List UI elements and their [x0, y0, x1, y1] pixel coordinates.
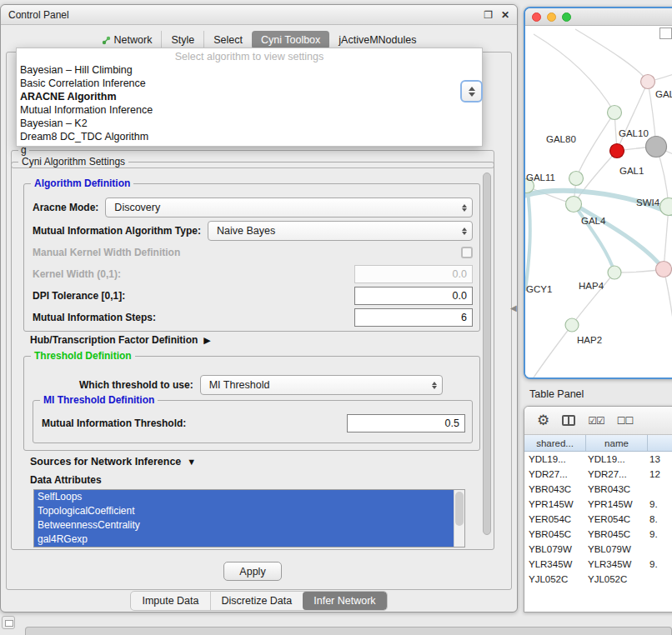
node-label: GAL10	[619, 128, 649, 138]
manual-kernel-checkbox	[461, 247, 473, 258]
node-pink-right[interactable]	[656, 262, 672, 278]
float-window-icon[interactable]: ❐	[484, 10, 493, 20]
algorithm-option-mutual-information[interactable]: Mutual Information Inference	[17, 103, 482, 117]
settings-scrollbar[interactable]	[483, 169, 491, 542]
zoom-traffic-light-icon[interactable]	[562, 12, 571, 22]
column-header-extra[interactable]	[648, 435, 672, 451]
chevron-right-icon: ▶	[203, 335, 210, 346]
mi-threshold-group: MI Threshold Definition Mutual Informati…	[33, 400, 473, 443]
table-header: shared... name	[524, 435, 672, 452]
node-pink-top[interactable]	[641, 75, 655, 89]
table-panel-title: Table Panel	[529, 388, 584, 400]
table-body: YDL19...YDL19...13 YDR27...YDR27...12 YB…	[524, 452, 672, 612]
birdseye-toggle[interactable]	[659, 28, 672, 39]
manual-kernel-label: Manual Kernel Width Definition	[33, 247, 180, 258]
table-toolbar: ⚙ ☑☑ ☐☐	[524, 407, 672, 435]
tab-jactivemnodules[interactable]: jActiveMNodules	[329, 31, 425, 49]
scrollbar-thumb[interactable]	[455, 492, 464, 526]
which-threshold-combobox[interactable]: MI Threshold	[200, 375, 443, 395]
table-row[interactable]: YPR145WYPR145W9.	[524, 497, 672, 512]
node-gal1[interactable]	[569, 172, 584, 186]
tab-discretize-data[interactable]: Discretize Data	[210, 592, 303, 610]
node-red-gal10[interactable]	[610, 144, 624, 158]
mi-type-combobox[interactable]: Naive Bayes	[208, 221, 473, 241]
network-canvas[interactable]: GAL GAL80 GAL10 GAL11 GAL1 SWI4 GAL4 GCY…	[525, 26, 672, 378]
algorithm-option-aracne[interactable]: ARACNE Algorithm	[17, 90, 482, 103]
minimize-traffic-light-icon[interactable]	[547, 12, 556, 22]
mi-threshold-field[interactable]: 0.5	[347, 414, 465, 432]
hub-factor-label: Hub/Transcription Factor Definition	[30, 334, 198, 346]
restore-panel-button[interactable]	[2, 616, 15, 629]
algorithm-dropdown-popup: Select algorithm to view settings Bayesi…	[16, 48, 483, 147]
table-row[interactable]: YDL19...YDL19...13	[524, 452, 672, 467]
table-row[interactable]: YBR043CYBR043C	[524, 482, 672, 497]
window-title: Control Panel	[8, 9, 69, 21]
attributes-scrollbar[interactable]	[454, 490, 464, 547]
node-label: GAL11	[526, 172, 555, 182]
algorithm-option-basic-correlation[interactable]: Basic Correlation Inference	[17, 77, 482, 90]
algorithm-definition-group: Algorithm Definition Aracne Mode: Discov…	[23, 183, 480, 332]
scrollbar-thumb[interactable]	[483, 172, 491, 535]
table-row[interactable]: YER054CYER054C8.	[524, 512, 672, 527]
node-hap4[interactable]	[608, 266, 621, 279]
top-tabstrip: Network Style Select Cyni Toolbox jActiv…	[1, 31, 517, 49]
chevron-down-icon: ▼	[187, 457, 196, 467]
column-header-name[interactable]: name	[586, 435, 648, 451]
deselect-all-checkboxes-icon[interactable]: ☐☐	[617, 415, 634, 427]
node-swi4[interactable]	[660, 198, 672, 216]
gear-icon[interactable]: ⚙	[537, 412, 549, 429]
table-row[interactable]: YLR345WYLR345W9.	[524, 557, 672, 572]
kernel-width-field: 0.0	[354, 265, 473, 283]
algorithm-option-dream8[interactable]: Dream8 DC_TDC Algorithm	[17, 130, 482, 143]
select-all-checkboxes-icon[interactable]: ☑☑	[588, 415, 604, 427]
table-row[interactable]: YJL052CYJL052C	[524, 572, 672, 587]
data-attributes-list: SelfLoops TopologicalCoefficient Between…	[33, 489, 465, 548]
node-label: GCY1	[526, 284, 552, 294]
kernel-width-label: Kernel Width (0,1):	[33, 268, 121, 280]
tab-network[interactable]: Network	[93, 31, 162, 49]
bottom-tabstrip: Impute Data Discretize Data Infer Networ…	[1, 591, 517, 611]
dpi-tolerance-field[interactable]: 0.0	[354, 287, 473, 305]
table-row[interactable]: YBL079WYBL079W	[524, 542, 672, 557]
apply-button[interactable]: Apply	[223, 562, 282, 581]
close-traffic-light-icon[interactable]	[532, 12, 541, 22]
table-row[interactable]: YDR27...YDR27...12	[524, 467, 672, 482]
node-green-top[interactable]	[608, 106, 622, 120]
sources-label: Sources for Network Inference	[30, 456, 181, 468]
control-panel-titlebar: Control Panel ❐ ✕	[1, 5, 517, 25]
algorithm-option-bayesian-hill-climbing[interactable]: Bayesian – Hill Climbing	[17, 63, 482, 77]
network-window-titlebar	[525, 8, 672, 26]
column-selector-icon[interactable]	[562, 415, 575, 426]
list-item-betweennesscentrality[interactable]: BetweennessCentrality	[34, 518, 454, 532]
column-header-shared[interactable]: shared...	[524, 435, 586, 451]
table-panel-window: ⚙ ☑☑ ☐☐ shared... name YDL19...YDL19...1…	[524, 406, 672, 612]
list-item-selfloops[interactable]: SelfLoops	[34, 490, 454, 504]
close-icon[interactable]: ✕	[501, 10, 509, 20]
tab-style[interactable]: Style	[161, 31, 203, 49]
combobox-arrows-icon	[462, 228, 467, 235]
list-item-gal4rgexp[interactable]: gal4RGexp	[34, 532, 454, 547]
panel-collapse-icon[interactable]: ◀	[510, 303, 517, 312]
table-row[interactable]: YBR045CYBR045C9.	[524, 527, 672, 542]
combobox-arrows-icon[interactable]	[460, 80, 483, 102]
hub-factor-expander[interactable]: Hub/Transcription Factor Definition ▶	[30, 334, 211, 346]
node-gray-large[interactable]	[646, 137, 667, 158]
tab-infer-network[interactable]: Infer Network	[303, 592, 386, 610]
mi-steps-label: Mutual Information Steps:	[33, 312, 156, 323]
combobox-arrows-icon	[462, 204, 467, 212]
sources-expander[interactable]: Sources for Network Inference ▼	[30, 456, 196, 468]
tab-select[interactable]: Select	[203, 31, 252, 49]
mi-threshold-label: Mutual Information Threshold:	[42, 418, 186, 429]
node-label: GAL4	[581, 216, 606, 226]
algorithm-option-bayesian-k2[interactable]: Bayesian – K2	[17, 117, 482, 130]
threshold-definition-group: Threshold Definition Which threshold to …	[23, 356, 480, 451]
list-item-topologicalcoefficient[interactable]: TopologicalCoefficient	[34, 504, 454, 518]
threshold-definition-legend: Threshold Definition	[31, 350, 135, 362]
tab-impute-data[interactable]: Impute Data	[131, 592, 209, 610]
tab-cyni-toolbox[interactable]: Cyni Toolbox	[252, 31, 329, 49]
node-gal4[interactable]	[566, 197, 582, 212]
node-label: HAP2	[577, 335, 602, 345]
aracne-mode-combobox[interactable]: Discovery	[105, 198, 473, 218]
mi-steps-field[interactable]: 6	[354, 308, 473, 327]
node-hap2[interactable]	[565, 318, 579, 332]
